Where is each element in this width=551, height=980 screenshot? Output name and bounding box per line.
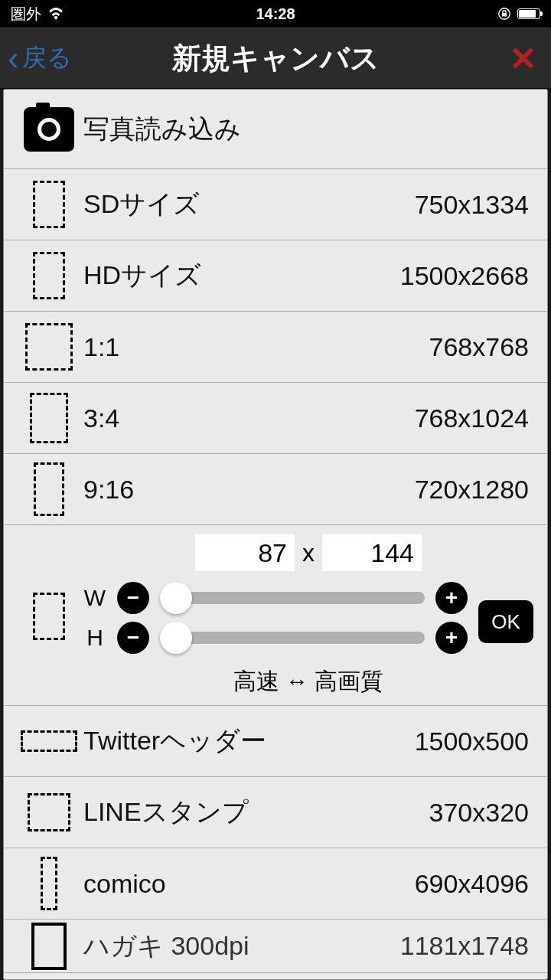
preset-label: Twitterヘッダー (83, 724, 415, 759)
back-label: 戻る (22, 41, 72, 75)
preset-size: 551x980 (415, 475, 529, 505)
nav-bar: ‹ 戻る 新規キャンバス ✕ (0, 28, 551, 89)
width-label: W (83, 585, 106, 611)
preset-row[interactable]: 3:4768x1024 (4, 383, 547, 454)
quality-hint: 高速 ↔ 高画質 (83, 666, 533, 697)
orientation-lock-icon (497, 7, 511, 21)
preset-shape-icon (33, 252, 65, 299)
status-bar: 圏外 14:28 (0, 0, 551, 28)
photo-import-label: 写真読み込み (83, 112, 529, 147)
preset-label: SDサイズ (83, 187, 415, 222)
height-plus-button[interactable]: + (435, 622, 468, 654)
battery-icon (517, 8, 540, 19)
preset-label: 1:1 (83, 332, 429, 362)
preset-size: 1500x2668 (400, 261, 529, 291)
preset-size: 1181x1748 (400, 931, 529, 961)
chevron-left-icon: ‹ (8, 41, 19, 75)
ok-button[interactable]: OK (478, 600, 533, 643)
preset-row[interactable]: ハガキ 300dpi1181x1748 (4, 920, 547, 973)
preset-row[interactable]: 9:16720x1280 (4, 454, 547, 525)
close-button[interactable]: ✕ (509, 39, 537, 78)
height-minus-button[interactable]: − (117, 622, 149, 654)
preset-label: 3:4 (83, 403, 415, 433)
preset-row[interactable]: SDサイズ750x1334 (4, 169, 547, 240)
preset-size: 768x1024 (415, 403, 529, 433)
preset-shape-icon (21, 730, 77, 752)
camera-icon (24, 107, 74, 152)
wifi-icon (47, 8, 64, 20)
clock-text: 14:28 (256, 5, 295, 23)
preset-shape-icon (28, 793, 70, 831)
preset-shape-icon (31, 923, 67, 970)
preset-row[interactable]: LINEスタンプ370x320 (4, 777, 547, 848)
preset-label: comico (83, 869, 415, 899)
height-slider[interactable] (160, 632, 425, 644)
dimension-x: x (302, 539, 315, 567)
preset-shape-icon (30, 393, 68, 443)
preset-label: LINEスタンプ (83, 795, 429, 830)
custom-preview-icon (33, 593, 65, 640)
preset-shape-icon (33, 181, 65, 228)
close-icon: ✕ (509, 40, 537, 77)
photo-import-row[interactable]: 写真読み込み (4, 90, 547, 169)
preset-size: 370x320 (429, 798, 529, 828)
preset-row[interactable]: Twitterヘッダー1500x500 (4, 706, 547, 777)
preset-size: 690x4096 (415, 869, 529, 899)
page-title: 新規キャンバス (172, 42, 380, 74)
back-button[interactable]: ‹ 戻る (0, 41, 72, 75)
preset-label: HDサイズ (83, 258, 400, 293)
custom-size-section: 87 x 144 W − + H − + (4, 525, 547, 706)
carrier-text: 圏外 (11, 4, 41, 24)
preset-shape-icon (41, 857, 57, 910)
preset-size: 1500x500 (415, 727, 529, 756)
height-input[interactable]: 144 (322, 534, 422, 571)
width-input[interactable]: 87 (195, 534, 295, 571)
preset-shape-icon (34, 462, 64, 516)
preset-size: 768x768 (429, 332, 529, 362)
preset-row[interactable]: HDサイズ1500x2668 (4, 240, 547, 312)
preset-size: 750x1334 (415, 190, 529, 220)
preset-label: 9:16 (83, 475, 415, 505)
preset-row[interactable]: comico690x4096 (4, 848, 547, 920)
width-slider[interactable] (160, 592, 425, 604)
preset-shape-icon (25, 323, 73, 371)
preset-row[interactable]: 1:1768x768 (4, 312, 547, 383)
canvas-preset-list: 写真読み込み SDサイズ750x1334HDサイズ1500x26681:1768… (3, 89, 548, 980)
preset-label: ハガキ 300dpi (83, 929, 400, 964)
width-plus-button[interactable]: + (435, 582, 468, 614)
width-minus-button[interactable]: − (117, 582, 149, 614)
height-label: H (83, 625, 106, 651)
